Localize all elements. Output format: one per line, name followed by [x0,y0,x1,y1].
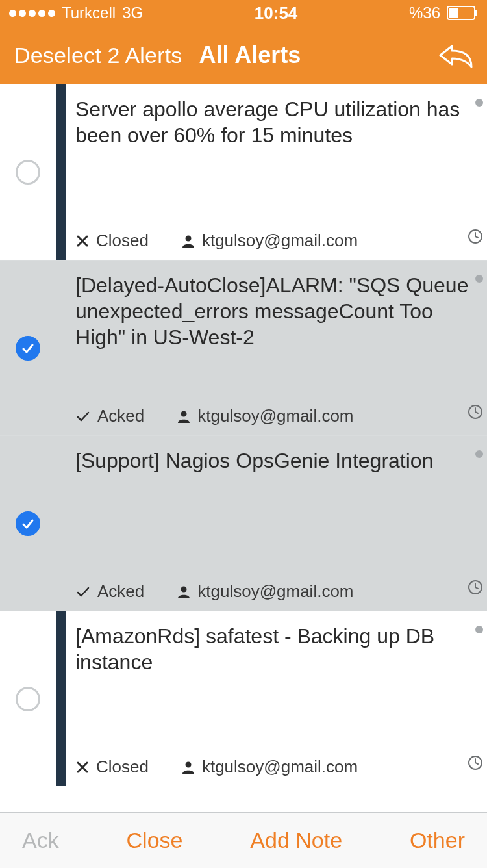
alert-status: Acked [75,406,144,426]
user-icon [181,234,195,248]
alert-title: [Support] Nagios OpsGenie Integration [75,448,478,474]
carrier-label: Turkcell [62,4,116,22]
x-icon [75,760,90,774]
select-column[interactable] [0,611,56,786]
alert-item[interactable]: [Delayed-AutoClose]ALARM: "SQS Queue une… [0,260,487,435]
alert-list[interactable]: Server apollo average CPU utilization ha… [0,84,487,812]
owner-label: ktgulsoy@gmail.com [202,757,358,777]
alert-owner: ktgulsoy@gmail.com [177,581,353,602]
unread-indicator-icon [475,450,483,458]
battery-icon [447,6,478,20]
alert-item[interactable]: Server apollo average CPU utilization ha… [0,84,487,260]
alert-owner: ktgulsoy@gmail.com [177,406,353,426]
alert-meta-row: Acked ktgulsoy@gmail.com [75,568,478,602]
svg-point-7 [181,586,187,592]
alert-content: [Support] Nagios OpsGenie Integration Ac… [66,436,487,611]
priority-stripe [56,261,66,435]
owner-label: ktgulsoy@gmail.com [202,231,358,251]
owner-label: ktgulsoy@gmail.com [197,406,353,426]
ack-button[interactable]: Ack [22,828,59,853]
status-right: %36 [409,4,478,22]
page-title: All Alerts [199,42,301,69]
checkbox-icon[interactable] [16,336,40,361]
select-column[interactable] [0,436,56,611]
svg-point-3 [185,235,191,241]
alert-title: Server apollo average CPU utilization ha… [75,96,478,148]
reply-icon[interactable] [436,42,473,68]
add-note-button[interactable]: Add Note [250,828,342,853]
user-icon [181,760,195,774]
status-label: Closed [96,231,149,251]
other-button[interactable]: Other [410,828,465,853]
user-icon [177,585,191,599]
clock-icon [468,755,483,773]
alert-meta-row: Closed ktgulsoy@gmail.com [75,218,478,251]
deselect-button[interactable]: Deselect 2 Alerts [14,43,182,68]
unread-indicator-icon [475,626,483,633]
check-icon [75,584,91,600]
status-label: Acked [97,581,144,602]
alert-meta-row: Closed ktgulsoy@gmail.com [75,744,478,777]
checkbox-icon[interactable] [16,160,40,185]
status-label: Closed [96,757,149,777]
select-column[interactable] [0,84,56,260]
clock-label: 10:54 [255,3,298,23]
alert-content: [Delayed-AutoClose]ALARM: "SQS Queue une… [66,261,487,435]
checkbox-icon[interactable] [16,511,40,536]
alert-title: [Delayed-AutoClose]ALARM: "SQS Queue une… [75,272,478,350]
alert-status: Closed [75,231,149,251]
alert-owner: ktgulsoy@gmail.com [181,231,358,251]
unread-indicator-icon [475,275,483,283]
network-type-label: 3G [122,4,143,22]
alert-status: Closed [75,757,149,777]
alert-meta-row: Acked ktgulsoy@gmail.com [75,393,478,426]
check-icon [75,409,91,424]
svg-point-9 [185,761,191,767]
clock-icon [468,404,483,422]
nav-bar: Deselect 2 Alerts All Alerts [0,26,487,84]
battery-percent-label: %36 [409,4,440,22]
select-column[interactable] [0,261,56,435]
svg-rect-2 [449,8,458,18]
alert-content: Server apollo average CPU utilization ha… [66,84,487,260]
alert-status: Acked [75,581,144,602]
status-bar: Turkcell 3G 10:54 %36 [0,0,487,26]
priority-stripe [56,436,66,611]
priority-stripe [56,611,66,786]
status-left: Turkcell 3G [9,4,143,22]
clock-icon [468,580,483,598]
alert-title: [AmazonRds] safatest - Backing up DB ins… [75,623,478,675]
bottom-toolbar: Ack Close Add Note Other [0,812,487,868]
signal-strength-icon [9,10,55,17]
checkbox-icon[interactable] [16,687,40,711]
alert-content: [AmazonRds] safatest - Backing up DB ins… [66,611,487,786]
user-icon [177,409,191,424]
svg-point-5 [181,411,187,416]
status-label: Acked [97,406,144,426]
alert-item[interactable]: [Support] Nagios OpsGenie Integration Ac… [0,435,487,611]
close-button[interactable]: Close [127,828,183,853]
alert-item[interactable]: [AmazonRds] safatest - Backing up DB ins… [0,611,487,786]
svg-rect-1 [475,10,477,16]
clock-icon [468,229,483,247]
x-icon [75,234,90,248]
alert-owner: ktgulsoy@gmail.com [181,757,358,777]
unread-indicator-icon [475,99,483,107]
priority-stripe [56,84,66,260]
owner-label: ktgulsoy@gmail.com [197,581,353,602]
